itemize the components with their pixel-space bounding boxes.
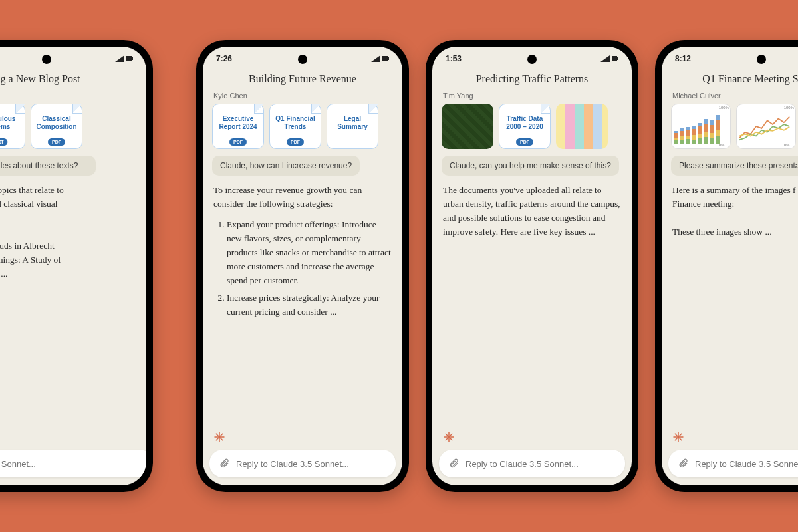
phone-2: 7:26 Building Future Revenue Kyle Chen E… <box>196 40 409 492</box>
author-name: Kyle Chen <box>203 92 402 104</box>
composer[interactable] <box>668 450 798 477</box>
status-icons <box>600 55 618 62</box>
signal-icon <box>600 55 610 62</box>
screen: 7:26 Building Future Revenue Kyle Chen E… <box>203 47 402 485</box>
attachment-row: Traffic Data 2000 – 2020PDF <box>432 104 632 156</box>
conversation-title: Building Future Revenue <box>203 70 402 92</box>
attachment-row: ainting er DürerPDF Cumulous PoemsTXT Cl… <box>0 104 146 156</box>
user-message: Please summarize these presentatio <box>671 156 798 176</box>
file-type-badge: TXT <box>0 138 8 146</box>
phone-4: 8:12 Q1 Finance Meeting Summ Michael Cul… <box>655 40 798 492</box>
assistant-message: The documents you've uploaded all relate… <box>432 184 632 426</box>
assistant-message: To increase your revenue growth you can … <box>203 184 402 426</box>
attachment-doc[interactable]: Legal Summary <box>327 104 378 149</box>
file-type-badge: PDF <box>516 138 533 146</box>
camera-notch <box>298 55 307 64</box>
status-icons <box>115 55 133 62</box>
status-icons <box>371 55 389 62</box>
composer[interactable] <box>439 450 625 477</box>
reply-input[interactable] <box>0 459 144 469</box>
svg-rect-3 <box>388 57 389 60</box>
conversation-title: Writing a New Blog Post <box>0 70 146 92</box>
file-type-badge: PDF <box>229 138 247 146</box>
composer[interactable] <box>0 450 146 477</box>
battery-icon <box>612 55 618 62</box>
camera-notch <box>757 55 766 64</box>
camera-notch <box>42 55 51 64</box>
status-bar: 8:12 <box>662 47 798 70</box>
phone-1: Writing a New Blog Post Lee ainting er D… <box>0 40 153 492</box>
attachment-icon[interactable] <box>678 458 688 469</box>
svg-rect-2 <box>382 56 388 61</box>
attachment-chart-line[interactable]: 100%0% <box>736 104 796 149</box>
screen: Writing a New Blog Post Lee ainting er D… <box>0 47 146 485</box>
attachment-image[interactable] <box>442 104 493 149</box>
attachment-icon[interactable] <box>448 458 459 469</box>
battery-icon <box>382 55 389 62</box>
user-message: de, what are 5 blog titles about these t… <box>0 156 96 176</box>
claude-spark-icon <box>672 431 684 443</box>
assistant-message: Here is a summary of the images f Financ… <box>662 184 798 426</box>
attachment-doc[interactable]: Q1 Financial TrendsPDF <box>269 104 321 149</box>
status-time: 1:53 <box>446 54 462 63</box>
svg-rect-0 <box>126 56 132 61</box>
status-bar <box>0 47 146 70</box>
user-message: Claude, can you help me make sense of th… <box>442 156 619 176</box>
camera-notch <box>527 55 537 64</box>
attachment-doc[interactable]: Executive Report 2024PDF <box>212 104 264 149</box>
screen: 8:12 Q1 Finance Meeting Summ Michael Cul… <box>662 47 798 485</box>
user-message: Claude, how can I increase revenue? <box>212 156 360 176</box>
attachment-row: Executive Report 2024PDF Q1 Financial Tr… <box>203 104 402 156</box>
author-name: Lee <box>0 92 146 104</box>
list-item: Expand your product offerings: Introduce… <box>227 218 392 288</box>
battery-icon <box>126 55 133 62</box>
file-type-badge: PDF <box>48 138 65 146</box>
list-item: Increase prices strategically: Analyze y… <box>227 291 392 319</box>
conversation-title: Predicting Traffic Patterns <box>432 70 632 92</box>
screen: 1:53 Predicting Traffic Patterns Tim Yan… <box>432 47 632 485</box>
attachment-icon[interactable] <box>219 458 229 469</box>
reply-input[interactable] <box>695 459 798 469</box>
attachment-row: 100%0% 100%0% <box>662 104 798 156</box>
file-type-badge: PDF <box>287 138 304 146</box>
signal-icon <box>115 55 124 62</box>
attachment-image[interactable] <box>556 104 608 149</box>
assistant-message: , here are 5 blog post topics that relat… <box>0 184 146 443</box>
author-name: Tim Yang <box>432 92 632 104</box>
status-time: 7:26 <box>216 54 232 63</box>
reply-input[interactable] <box>466 459 616 469</box>
claude-spark-icon <box>213 431 225 443</box>
attachment-doc[interactable]: Classical CompositionPDF <box>31 104 82 149</box>
svg-rect-9 <box>617 57 618 60</box>
conversation-title: Q1 Finance Meeting Summ <box>662 70 798 92</box>
svg-rect-8 <box>612 56 617 61</box>
phone-3: 1:53 Predicting Traffic Patterns Tim Yan… <box>426 40 638 492</box>
author-name: Michael Culver <box>662 92 798 104</box>
reply-input[interactable] <box>236 459 386 469</box>
signal-icon <box>371 55 380 62</box>
attachment-chart-bar[interactable]: 100%0% <box>671 104 731 149</box>
attachment-doc[interactable]: Cumulous PoemsTXT <box>0 104 25 149</box>
status-time: 8:12 <box>675 54 691 63</box>
svg-rect-1 <box>132 57 133 60</box>
claude-spark-icon <box>443 431 455 443</box>
composer[interactable] <box>209 450 396 477</box>
attachment-doc[interactable]: Traffic Data 2000 – 2020PDF <box>499 104 551 149</box>
